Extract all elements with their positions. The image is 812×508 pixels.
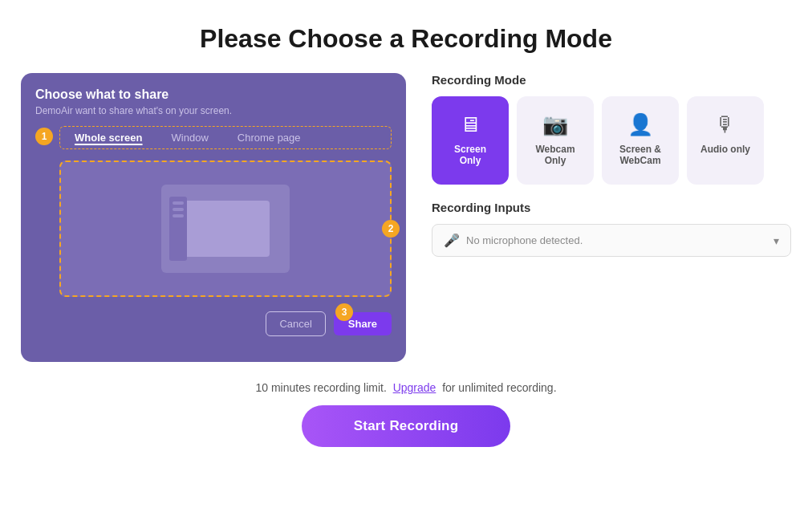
- right-panel: Recording Mode 🖥 Screen Only 📷 Webcam On…: [432, 73, 791, 257]
- microphone-dropdown-left: 🎤 No microphone detected.: [444, 233, 583, 248]
- panel-actions: 3 Cancel Share: [35, 311, 392, 336]
- recording-modes: 🖥 Screen Only 📷 Webcam Only 👤 Screen & W…: [432, 96, 791, 185]
- webcam-only-label: Webcam Only: [530, 144, 581, 166]
- webcam-only-icon: 📷: [542, 112, 568, 137]
- mode-card-audio-only[interactable]: 🎙 Audio only: [687, 96, 764, 185]
- share-panel: Choose what to share DemoAir want to sha…: [21, 73, 406, 362]
- screen-webcam-label: Screen & WebCam: [615, 144, 666, 166]
- chevron-down-icon: ▾: [773, 234, 779, 247]
- main-content: Choose what to share DemoAir want to sha…: [21, 73, 791, 362]
- microphone-placeholder-text: No microphone detected.: [466, 234, 583, 246]
- upgrade-link[interactable]: Upgrade: [393, 381, 436, 394]
- sidebar-line: [173, 214, 184, 217]
- step3-badge: 3: [335, 303, 353, 321]
- screen-mock-sidebar: [169, 197, 187, 261]
- screen-preview-area: 2: [59, 161, 392, 297]
- screen-webcam-icon: 👤: [627, 112, 653, 137]
- bottom-section: 10 minutes recording limit. Upgrade for …: [16, 381, 796, 447]
- recording-inputs-label: Recording Inputs: [432, 201, 791, 214]
- mode-card-webcam-only[interactable]: 📷 Webcam Only: [517, 96, 594, 185]
- recording-mode-label: Recording Mode: [432, 73, 791, 87]
- tab-row: Whole screen Window Chrome page: [59, 126, 392, 149]
- tab-window[interactable]: Window: [157, 127, 223, 148]
- microphone-dropdown[interactable]: 🎤 No microphone detected. ▾: [432, 224, 791, 257]
- cancel-button[interactable]: Cancel: [266, 311, 325, 336]
- sidebar-line: [173, 201, 184, 205]
- screen-mock-inner: [181, 201, 270, 257]
- share-panel-subtitle: DemoAir want to share what's on your scr…: [35, 105, 392, 116]
- mic-off-icon: 🎤: [444, 233, 460, 248]
- audio-only-label: Audio only: [700, 144, 750, 155]
- mode-card-screen-webcam[interactable]: 👤 Screen & WebCam: [602, 96, 679, 185]
- page-title: Please Choose a Recording Mode: [200, 24, 612, 54]
- recording-inputs-section: Recording Inputs 🎤 No microphone detecte…: [432, 201, 791, 257]
- step1-badge: 1: [35, 128, 53, 145]
- tab-whole-screen[interactable]: Whole screen: [60, 127, 157, 148]
- upgrade-prefix: 10 minutes recording limit.: [255, 381, 386, 394]
- screen-only-label: Screen Only: [445, 144, 496, 166]
- upgrade-text: 10 minutes recording limit. Upgrade for …: [255, 381, 556, 394]
- sidebar-line: [173, 208, 184, 211]
- start-recording-button[interactable]: Start Recording: [302, 405, 510, 447]
- mode-card-screen-only[interactable]: 🖥 Screen Only: [432, 96, 509, 185]
- recording-mode-section: Recording Mode 🖥 Screen Only 📷 Webcam On…: [432, 73, 791, 185]
- audio-only-icon: 🎙: [715, 112, 736, 137]
- screen-only-icon: 🖥: [460, 112, 481, 137]
- upgrade-suffix: for unlimited recording.: [442, 381, 556, 394]
- share-panel-title: Choose what to share: [35, 87, 392, 102]
- step2-badge: 2: [382, 220, 400, 238]
- tab-chrome-page[interactable]: Chrome page: [223, 127, 315, 148]
- screen-mock: [161, 185, 290, 273]
